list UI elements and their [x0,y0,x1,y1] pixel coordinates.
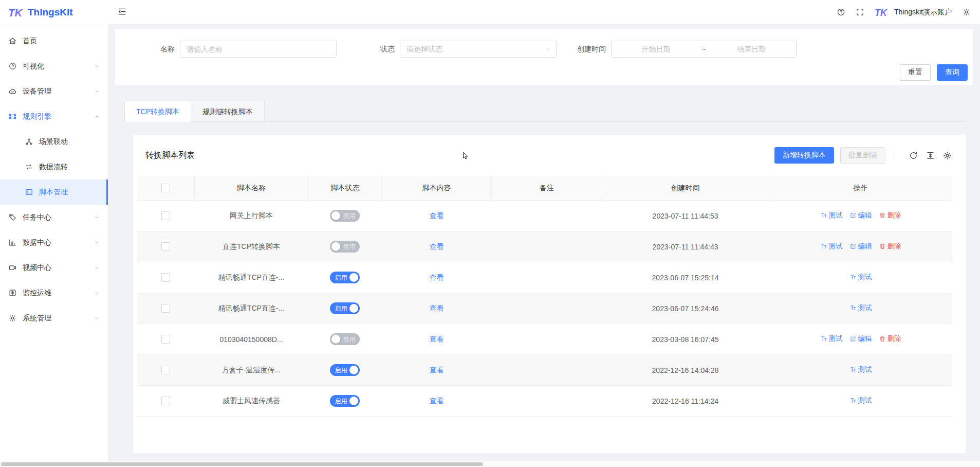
sidebar-item-task-center[interactable]: 任务中心 [0,205,108,230]
svg-text:TK: TK [875,8,887,18]
edit-action[interactable]: 编辑 [849,211,872,220]
date-range-picker[interactable]: 开始日期 ~ 结束日期 [611,41,797,58]
test-action[interactable]: 测试 [849,303,872,313]
status-toggle[interactable]: 启用 [330,364,360,376]
sidebar-item-rule-engine[interactable]: 规则引擎 [0,104,108,129]
row-checkbox[interactable] [161,304,170,313]
status-toggle[interactable]: 禁用 [330,333,360,345]
row-checkbox[interactable] [161,397,170,405]
tab-bar: TCP转换脚本规则链转换脚本 [124,101,966,122]
batch-delete-button[interactable]: 批量删除 [840,147,885,164]
brand-logo[interactable]: TK ThingsKit [0,0,108,25]
sidebar-item-home[interactable]: 首页 [0,28,108,53]
collapse-sidebar-button[interactable] [117,7,127,16]
account-avatar[interactable]: TK [875,6,888,19]
delete-action[interactable]: 删除 [879,211,901,220]
table-settings-icon[interactable] [942,151,952,160]
sidebar-item-data-flow[interactable]: 数据流转 [0,154,108,179]
settings-icon[interactable] [962,8,971,16]
sidebar-item-monitor-ops[interactable]: 监控运维 [0,280,108,306]
status-toggle[interactable]: 禁用 [330,210,360,222]
row-checkbox[interactable] [161,273,170,282]
tab-tcp[interactable]: TCP转换脚本 [124,101,191,122]
status-toggle[interactable]: 禁用 [330,241,360,253]
chevron-down-icon [545,46,551,52]
sidebar-item-label: 脚本管理 [39,188,98,197]
sidebar-item-script-management[interactable]: 脚本管理 [0,179,108,205]
sidebar-item-data-center[interactable]: 数据中心 [0,230,108,255]
delete-action[interactable]: 删除 [879,334,901,344]
table-row: 直连TCP转换脚本禁用查看2023-07-11 11:44:43测试编辑删除 [137,231,952,262]
sidebar-item-video-center[interactable]: 视频中心 [0,255,108,280]
test-action[interactable]: 测试 [849,365,872,374]
table-row: 威盟士风速传感器启用查看2022-12-16 11:14:24测试 [137,386,952,417]
checkbox-cell [137,231,194,262]
row-checkbox[interactable] [161,366,170,374]
test-icon [849,274,857,281]
script-status-cell: 启用 [308,355,382,386]
column-header: 脚本状态 [308,176,382,201]
edit-icon [849,335,857,343]
column-header: 创建时间 [602,176,769,201]
sidebar-item-device-management[interactable]: 设备管理 [0,79,108,104]
video-icon [8,263,17,272]
name-filter-input[interactable] [180,41,337,58]
scrollbar-thumb[interactable] [1,462,483,466]
test-action[interactable]: 测试 [820,334,843,344]
script-content-cell: 查看 [382,355,492,386]
horizontal-scrollbar[interactable] [0,461,980,467]
test-icon [820,243,827,250]
view-script-link[interactable]: 查看 [430,304,444,312]
actions-cell: 测试 [769,386,952,417]
sidebar-item-visualization[interactable]: 可视化 [0,53,108,79]
script-name: 方盒子-温湿度传... [194,355,308,386]
view-script-link[interactable]: 查看 [430,397,444,405]
help-icon[interactable] [837,8,845,16]
status-toggle[interactable]: 启用 [330,302,360,314]
status-filter-select[interactable]: 请选择状态 [400,41,557,58]
created-time: 2023-07-11 11:44:43 [602,231,769,262]
column-header: 脚本名称 [194,176,308,201]
actions-cell: 测试 [769,355,952,386]
search-button[interactable]: 查询 [937,64,968,81]
sidebar-item-system-management[interactable]: 系统管理 [0,306,108,331]
row-checkbox[interactable] [161,242,170,251]
scripts-table: 脚本名称脚本状态脚本内容备注创建时间操作 网关上行脚本禁用查看2023-07-1… [137,176,952,417]
delete-action[interactable]: 删除 [879,242,901,251]
date-separator: ~ [700,45,707,53]
test-action[interactable]: 测试 [820,242,843,251]
select-all-checkbox[interactable] [161,184,170,192]
add-script-button[interactable]: 新增转换脚本 [774,147,834,164]
reset-button[interactable]: 重置 [900,64,931,81]
test-action[interactable]: 测试 [849,396,872,405]
actions-cell: 测试编辑删除 [769,324,952,355]
account-name[interactable]: Thingskit演示账户 [894,8,952,17]
view-script-link[interactable]: 查看 [430,211,444,220]
row-checkbox[interactable] [161,335,170,344]
trash-icon [879,212,886,219]
view-script-link[interactable]: 查看 [430,335,444,343]
chevron-down-icon [94,290,100,296]
status-toggle[interactable]: 启用 [330,272,360,283]
status-toggle[interactable]: 启用 [330,395,360,407]
view-script-link[interactable]: 查看 [430,242,444,250]
row-height-icon[interactable] [926,151,935,160]
tab-rule-chain[interactable]: 规则链转换脚本 [191,101,265,122]
script-content-cell: 查看 [382,386,492,417]
chevron-down-icon [94,315,100,321]
checkbox-cell [137,293,194,324]
fullscreen-icon[interactable] [856,8,864,16]
chevron-up-icon [94,114,100,119]
view-script-link[interactable]: 查看 [430,366,444,374]
chevron-down-icon [94,240,100,245]
refresh-icon[interactable] [909,151,918,160]
view-script-link[interactable]: 查看 [430,273,444,281]
svg-text:TK: TK [8,7,24,19]
sidebar-item-scene-linkage[interactable]: 场景联动 [0,129,108,154]
edit-action[interactable]: 编辑 [849,242,872,251]
test-action[interactable]: 测试 [849,273,872,282]
test-action[interactable]: 测试 [820,211,843,220]
edit-action[interactable]: 编辑 [849,334,872,344]
row-checkbox[interactable] [161,211,170,220]
chevron-down-icon [94,214,100,220]
